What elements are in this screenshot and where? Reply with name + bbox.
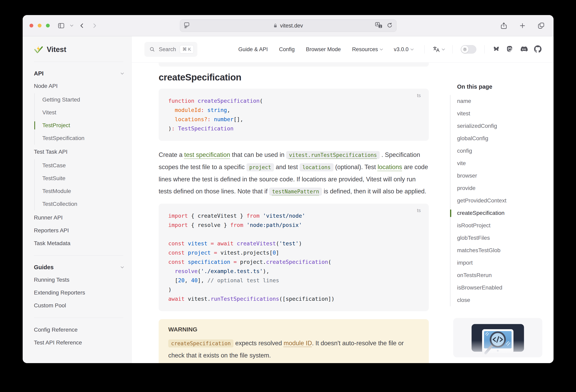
outline-item-vite[interactable]: vite: [457, 157, 542, 170]
sidebar-group: Config ReferenceTest API Reference: [34, 323, 123, 349]
minimize-window-button[interactable]: [38, 24, 42, 28]
lock-icon: [273, 23, 278, 28]
inline-link[interactable]: vitest.runTestSpecifications: [286, 151, 380, 159]
warning-title: WARNING: [168, 326, 419, 333]
nav-link-browser-mode[interactable]: Browser Mode: [306, 46, 341, 53]
chevron-down-icon: [442, 47, 445, 50]
sidebar-item-running-tests[interactable]: Running Tests: [34, 273, 123, 286]
chevron-down-icon: [410, 47, 414, 50]
outline-item-config[interactable]: config: [457, 145, 542, 157]
outline-item-globalconfig[interactable]: globalConfig: [457, 132, 542, 145]
page-title: createSpecification: [159, 72, 429, 83]
code-line: const vitest = await createVitest('test'…: [168, 239, 419, 248]
outline-item-createspecification[interactable]: createSpecification: [457, 207, 542, 219]
inline-link[interactable]: test specification: [184, 151, 230, 158]
nav-links: Guide & APIConfigBrowser ModeResourcesv3…: [238, 46, 413, 53]
sidebar-item-extending-reporters[interactable]: Extending Reporters: [34, 286, 123, 299]
nav-link-config[interactable]: Config: [279, 46, 295, 53]
sidebar-item-testproject[interactable]: TestProject: [35, 119, 123, 132]
sidebar-item-test-task-api[interactable]: Test Task API: [34, 146, 123, 158]
doc-paragraph: Create a test specification that can be …: [159, 149, 429, 198]
tab-overview-icon[interactable]: [538, 22, 545, 29]
outline-item-getprovidedcontext[interactable]: getProvidedContext: [457, 194, 542, 207]
code-line: const project = vitest.projects[0]: [168, 248, 419, 257]
url-text: vitest.dev: [280, 23, 303, 29]
warning-callout: WARNING createSpecification expects reso…: [159, 319, 429, 363]
outline-item-close[interactable]: close: [457, 294, 542, 306]
sponsor-card[interactable]: [453, 318, 542, 357]
search-button[interactable]: Search ⌘ K: [144, 42, 197, 57]
zoom-window-button[interactable]: [46, 24, 50, 28]
sidebar-item-custom-pool[interactable]: Custom Pool: [34, 299, 123, 312]
inline-link[interactable]: testNamePattern: [269, 188, 322, 196]
nav-link-guide-api[interactable]: Guide & API: [238, 46, 268, 53]
bluesky-icon: [492, 45, 500, 53]
code-line: [20, 40], // optional test lines: [168, 276, 419, 285]
docs-sidebar: Vitest APINode APIGetting StartedVitestT…: [23, 36, 132, 363]
sidebar-group-header-guides[interactable]: Guides: [34, 261, 123, 273]
inline-code: createSpecification: [168, 339, 233, 347]
code-line: moduleId: string,: [168, 106, 419, 115]
address-bar[interactable]: vitest.dev: [180, 19, 397, 32]
sidebar-item-test-api-reference[interactable]: Test API Reference: [34, 336, 123, 349]
outline-item-globtestfiles[interactable]: globTestFiles: [457, 232, 542, 244]
sidebar-subgroup: Getting StartedVitestTestProjectTestSpec…: [34, 93, 123, 145]
inline-link[interactable]: module ID: [284, 340, 312, 347]
outline-item-matchestestglob[interactable]: matchesTestGlob: [457, 244, 542, 257]
outline-item-import[interactable]: import: [457, 257, 542, 269]
language-menu[interactable]: [432, 46, 444, 53]
sidebar-item-runner-api[interactable]: Runner API: [34, 211, 123, 224]
warning-body: createSpecification expects resolved mod…: [168, 337, 419, 362]
nav-divider: [424, 45, 425, 54]
nav-link-v3-0-0[interactable]: v3.0.0: [394, 46, 413, 53]
nav-icon-group: [423, 45, 542, 54]
chevron-down-icon: [121, 71, 124, 75]
outline-item-serializedconfig[interactable]: serializedConfig: [457, 120, 542, 132]
site-logo[interactable]: Vitest: [34, 43, 123, 56]
outline-item-isrootproject[interactable]: isRootProject: [457, 219, 542, 232]
code-line: import { resolve } from 'node:path/posix…: [168, 220, 419, 230]
sidebar-item-testcollection[interactable]: TestCollection: [35, 198, 123, 211]
main-column: Search ⌘ K Guide & APIConfigBrowser Mode…: [132, 36, 553, 363]
mastodon-icon: [506, 45, 514, 53]
sidebar-item-vitest[interactable]: Vitest: [35, 106, 123, 119]
clipped-previous-block: [159, 62, 429, 67]
sidebar-item-testcase[interactable]: TestCase: [35, 159, 123, 172]
outline-item-ontestsrerun[interactable]: onTestsRerun: [457, 269, 542, 281]
nav-link-resources[interactable]: Resources: [352, 46, 382, 53]
mastodon-link[interactable]: [506, 45, 514, 54]
sidebar-item-task-metadata[interactable]: Task Metadata: [34, 237, 123, 250]
share-icon[interactable]: [500, 22, 507, 30]
inline-code: project: [246, 163, 274, 171]
theme-toggle[interactable]: [461, 45, 476, 54]
bluesky-link[interactable]: [492, 45, 500, 54]
sidebar-item-testspecification[interactable]: TestSpecification: [35, 132, 123, 145]
outline-item-name[interactable]: name: [457, 95, 542, 107]
sidebar-item-node-api[interactable]: Node API: [34, 80, 123, 92]
sidebar-item-reporters-api[interactable]: Reporters API: [34, 224, 123, 237]
search-label: Search: [159, 46, 176, 53]
discord-link[interactable]: [520, 45, 528, 54]
outline-item-browser[interactable]: browser: [457, 170, 542, 182]
inline-link[interactable]: locations: [378, 163, 402, 171]
sidebar-toggle-icon[interactable]: [58, 22, 65, 29]
inline-code: locations: [300, 163, 334, 171]
back-button[interactable]: [79, 23, 85, 29]
sidebar-group-title: API: [34, 70, 44, 77]
forward-button[interactable]: [91, 23, 98, 29]
new-tab-icon[interactable]: [519, 22, 526, 29]
sidebar-item-testmodule[interactable]: TestModule: [35, 185, 123, 198]
outline-item-provide[interactable]: provide: [457, 182, 542, 194]
sidebar-item-testsuite[interactable]: TestSuite: [35, 172, 123, 185]
sidebar-group-header-api[interactable]: API: [34, 67, 123, 80]
page-content: createSpecification tsfunction createSpe…: [132, 62, 553, 363]
sidebar-item-config-reference[interactable]: Config Reference: [34, 323, 123, 336]
nav-divider: [484, 45, 485, 54]
sidebar-item-getting-started[interactable]: Getting Started: [35, 93, 123, 106]
text-run: (optional). Test: [334, 163, 378, 171]
chevron-down-icon[interactable]: [70, 24, 73, 27]
close-window-button[interactable]: [29, 24, 33, 28]
github-link[interactable]: [534, 45, 542, 54]
outline-item-vitest[interactable]: vitest: [457, 107, 542, 120]
outline-item-isbrowserenabled[interactable]: isBrowserEnabled: [457, 281, 542, 294]
